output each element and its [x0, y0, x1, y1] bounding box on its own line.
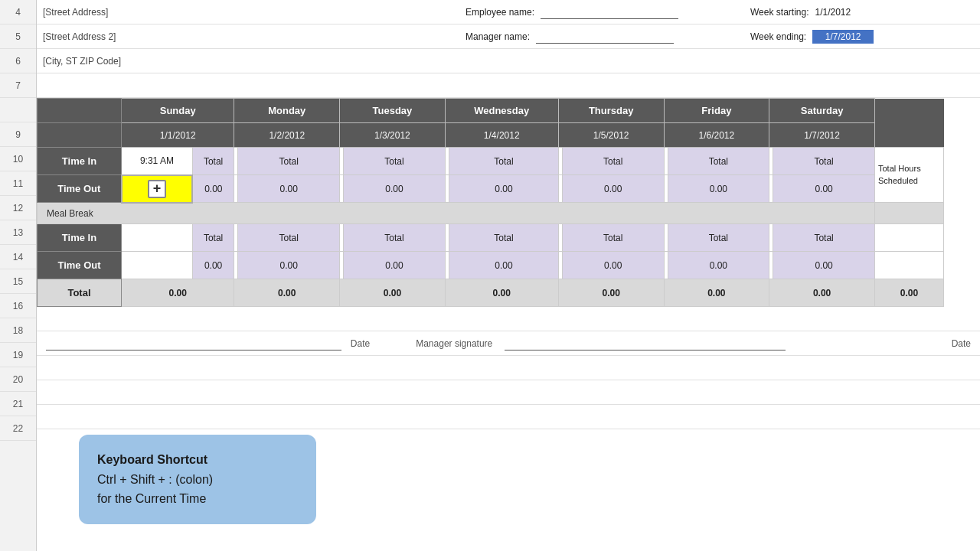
- tooltip-line1: Keyboard Shortcut: [97, 450, 298, 470]
- wednesday-date: 1/4/2012: [445, 123, 558, 148]
- section1-time-out-row: Time Out + 0.00 0.00 0.00 0.00 0.00: [38, 175, 944, 203]
- sunday-date: 1/1/2012: [122, 123, 234, 148]
- employee-sig-line: [46, 337, 341, 350]
- row-22: [37, 405, 980, 429]
- thursday-header: Thursday: [558, 99, 664, 123]
- row-num-22: 22: [0, 416, 36, 441]
- employee-name-label: Employee name:: [466, 7, 534, 18]
- row-num-4: 4: [0, 0, 36, 24]
- saturday-total: 0.00: [769, 279, 875, 307]
- tuesday-total-in-1: Total: [344, 148, 446, 175]
- meal-break-row: Meal Break: [38, 203, 944, 224]
- schedule-container: Sunday Monday Tuesday Wednesday Thursday: [37, 98, 980, 429]
- saturday-total-in-2: Total: [773, 224, 875, 252]
- time-out-label-1: Time Out: [38, 175, 122, 203]
- tooltip-line3: for the Current Time: [97, 489, 298, 509]
- thursday-total-out-1: 0.00: [562, 175, 664, 203]
- friday-total: 0.00: [664, 279, 769, 307]
- sunday-total-out-1: 0.00: [192, 175, 234, 203]
- week-ending-label: Week ending:: [750, 31, 806, 42]
- row-num-15: 15: [0, 269, 36, 294]
- friday-date: 1/6/2012: [664, 123, 769, 148]
- empty-date: [38, 123, 122, 148]
- saturday-total-in-1: Total: [773, 148, 875, 175]
- date-sig-section: Date: [786, 338, 971, 349]
- sunday-time-in-1[interactable]: 9:31 AM: [122, 148, 193, 175]
- time-in-label-2: Time In: [38, 224, 122, 252]
- wednesday-header: Wednesday: [445, 99, 558, 123]
- manager-sig-line: [505, 337, 786, 350]
- date-label-2: Date: [952, 338, 971, 349]
- sunday-time-out-2[interactable]: [122, 252, 193, 279]
- saturday-total-out-1: 0.00: [773, 175, 875, 203]
- wednesday-total-out-2: 0.00: [449, 252, 559, 279]
- tooltip-box: Keyboard Shortcut Ctrl + Shift + : (colo…: [79, 435, 316, 524]
- sunday-total-in-1: Total: [192, 148, 234, 175]
- tuesday-total: 0.00: [340, 279, 446, 307]
- schedule-table: Sunday Monday Tuesday Wednesday Thursday: [37, 98, 944, 307]
- tooltip-line2: Ctrl + Shift + : (colon): [97, 470, 298, 490]
- row-num-18: 18: [0, 318, 36, 343]
- row-5: [Street Address 2] Manager name: Week en…: [37, 24, 980, 49]
- date-row: 1/1/2012 1/2/2012 1/3/2012 1/4/2012 1/5/: [38, 123, 944, 148]
- manager-name-field[interactable]: [536, 30, 674, 44]
- week-starting-value: 1/1/2012: [815, 7, 851, 18]
- monday-total-out-2: 0.00: [238, 252, 340, 279]
- row-6: [City, ST ZIP Code]: [37, 49, 980, 73]
- tuesday-header: Tuesday: [340, 99, 446, 123]
- employee-sig-section: Date: [46, 337, 416, 350]
- week-ending-value: 1/7/2012: [812, 30, 874, 44]
- sunday-total-out-2: 0.00: [192, 252, 234, 279]
- week-ending-section: Week ending: 1/7/2012: [750, 30, 980, 44]
- street-address-1: [Street Address]: [37, 7, 466, 18]
- wednesday-total: 0.00: [445, 279, 558, 307]
- total-row-label: Total: [38, 279, 122, 307]
- tuesday-date: 1/3/2012: [340, 123, 446, 148]
- saturday-total-out-2: 0.00: [773, 252, 875, 279]
- plus-icon[interactable]: +: [148, 180, 166, 198]
- monday-total-in-1: Total: [238, 148, 340, 175]
- row-num-6: 6: [0, 49, 36, 73]
- row-7: [37, 73, 980, 98]
- row-num-13: 13: [0, 220, 36, 245]
- saturday-header: Saturday: [769, 99, 875, 123]
- section2-time-out-row: Time Out 0.00 0.00 0.00 0.00 0.00 0.0: [38, 252, 944, 279]
- total-hours-empty-3: [875, 252, 944, 279]
- empty-header: [38, 99, 122, 123]
- employee-name-field[interactable]: [541, 5, 678, 19]
- time-in-label-1: Time In: [38, 148, 122, 175]
- tuesday-total-in-2: Total: [344, 224, 446, 252]
- thursday-total: 0.00: [558, 279, 664, 307]
- wednesday-total-out-1: 0.00: [449, 175, 559, 203]
- wednesday-total-in-2: Total: [449, 224, 559, 252]
- manager-sig-section: Manager signature: [416, 337, 786, 350]
- section1-time-in-row: Time In 9:31 AM Total Total Total Total: [38, 148, 944, 175]
- week-starting-label: Week starting:: [750, 7, 808, 18]
- total-row: Total 0.00 0.00 0.00 0.00 0.00 0.00 0.00…: [38, 279, 944, 307]
- row-20: [37, 356, 980, 380]
- street-address-2: [Street Address 2]: [37, 31, 466, 42]
- content-area: [Street Address] Employee name: Week sta…: [37, 0, 980, 551]
- section2-time-in-row: Time In Total Total Total Total Total: [38, 224, 944, 252]
- row-num-5: 5: [0, 24, 36, 49]
- monday-total-in-2: Total: [238, 224, 340, 252]
- thursday-total-out-2: 0.00: [562, 252, 664, 279]
- row-num-19: 19: [0, 343, 36, 367]
- total-hours-col-date: [875, 123, 944, 148]
- friday-total-in-1: Total: [668, 148, 769, 175]
- sunday-time-in-2[interactable]: [122, 224, 193, 252]
- row-21: [37, 380, 980, 405]
- wednesday-total-in-1: Total: [449, 148, 559, 175]
- manager-sig-label: Manager signature: [416, 338, 492, 349]
- sunday-total: 0.00: [122, 279, 234, 307]
- sunday-time-out-1-active[interactable]: +: [122, 175, 193, 203]
- day-header-row: Sunday Monday Tuesday Wednesday Thursday: [38, 99, 944, 123]
- signature-row: Date Manager signature Date: [37, 331, 980, 356]
- manager-name-label: Manager name:: [466, 31, 530, 42]
- grand-total: 0.00: [875, 279, 944, 307]
- friday-header: Friday: [664, 99, 769, 123]
- row-num-14: 14: [0, 245, 36, 269]
- friday-total-out-2: 0.00: [668, 252, 769, 279]
- meal-break-extra: [875, 203, 944, 224]
- row-num-21: 21: [0, 392, 36, 416]
